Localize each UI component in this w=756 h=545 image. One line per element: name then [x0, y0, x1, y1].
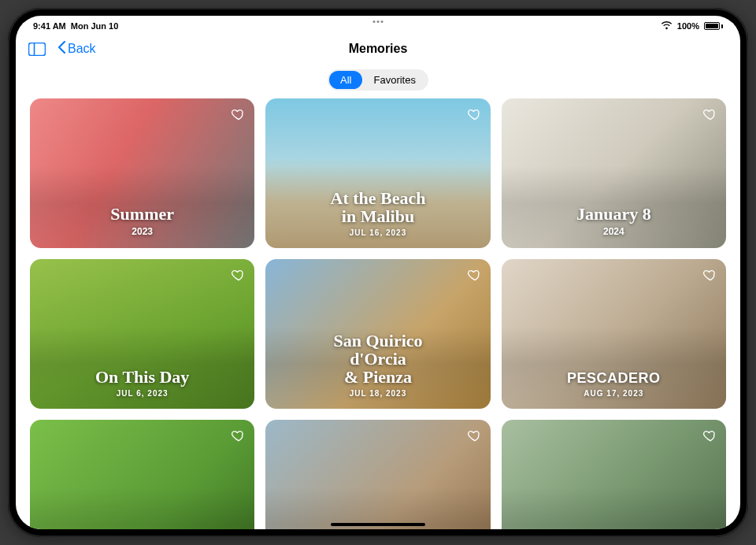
memory-card[interactable]: San Quirico d'Orcia & PienzaJUL 18, 2023 [265, 259, 490, 409]
sidebar-toggle-button[interactable] [28, 42, 46, 56]
segment-favorites[interactable]: Favorites [362, 71, 426, 89]
multitask-indicator-icon[interactable] [373, 20, 384, 23]
memory-card[interactable] [30, 420, 254, 529]
memory-card[interactable]: January 82024 [502, 98, 726, 248]
favorite-heart-icon[interactable] [465, 105, 484, 124]
favorite-heart-icon[interactable] [465, 265, 484, 284]
chevron-left-icon [57, 40, 66, 57]
favorite-heart-icon[interactable] [701, 426, 720, 445]
status-date: Mon Jun 10 [71, 21, 119, 31]
memory-card[interactable]: On This DayJUL 6, 2023 [30, 259, 254, 409]
battery-icon [704, 22, 723, 30]
favorite-heart-icon[interactable] [465, 426, 484, 445]
memory-title: PESCADERO [502, 371, 726, 386]
memory-card[interactable]: At the Beach in MalibuJUL 16, 2023 [265, 98, 490, 248]
segment-all[interactable]: All [329, 71, 362, 89]
memory-card[interactable]: PESCADEROAUG 17, 2023 [502, 259, 726, 409]
memory-subtitle: JUL 6, 2023 [30, 389, 254, 398]
memory-subtitle: JUL 18, 2023 [265, 389, 490, 398]
memory-card[interactable]: THE GREAT [502, 420, 726, 529]
memory-subtitle: 2023 [30, 226, 254, 237]
back-label: Back [68, 42, 96, 56]
svg-rect-0 [29, 43, 46, 55]
screen: 9:41 AM Mon Jun 10 100% [16, 16, 740, 529]
status-time: 9:41 AM [33, 21, 66, 31]
memory-card[interactable]: Summer2023 [30, 98, 254, 248]
memory-title: January 8 [502, 205, 726, 223]
filter-segmented-control: All Favorites [16, 65, 740, 98]
wifi-icon [661, 21, 673, 32]
page-title: Memories [349, 42, 408, 56]
memories-grid: Summer2023At the Beach in MalibuJUL 16, … [16, 98, 740, 529]
memory-subtitle: AUG 17, 2023 [502, 389, 726, 398]
home-indicator[interactable] [331, 523, 425, 526]
ipad-frame: 9:41 AM Mon Jun 10 100% [8, 8, 748, 537]
favorite-heart-icon[interactable] [701, 105, 720, 124]
memory-title: At the Beach in Malibu [265, 189, 490, 225]
battery-percent: 100% [677, 21, 699, 31]
memory-title: San Quirico d'Orcia & Pienza [265, 332, 490, 386]
back-button[interactable]: Back [57, 40, 96, 57]
memory-subtitle: 2024 [502, 226, 726, 237]
memory-subtitle: JUL 16, 2023 [265, 228, 490, 237]
nav-bar: Back Memories [16, 33, 740, 65]
memory-card[interactable]: At the Beach [265, 420, 490, 529]
favorite-heart-icon[interactable] [701, 265, 720, 284]
memory-title: On This Day [30, 368, 254, 386]
favorite-heart-icon[interactable] [229, 265, 248, 284]
memory-title: Summer [30, 205, 254, 223]
status-bar: 9:41 AM Mon Jun 10 100% [16, 16, 740, 33]
favorite-heart-icon[interactable] [229, 426, 248, 445]
favorite-heart-icon[interactable] [229, 105, 248, 124]
